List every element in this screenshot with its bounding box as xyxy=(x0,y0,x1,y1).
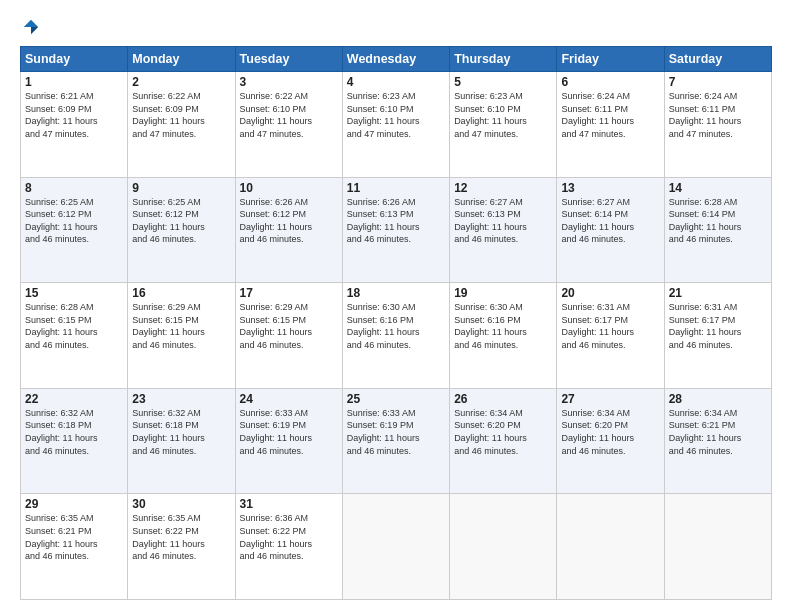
day-number: 31 xyxy=(240,497,338,511)
calendar-day-header: Saturday xyxy=(664,47,771,72)
day-number: 23 xyxy=(132,392,230,406)
day-info: Sunrise: 6:25 AMSunset: 6:12 PMDaylight:… xyxy=(132,197,205,245)
calendar-day-header: Sunday xyxy=(21,47,128,72)
day-info: Sunrise: 6:33 AMSunset: 6:19 PMDaylight:… xyxy=(240,408,313,456)
day-number: 24 xyxy=(240,392,338,406)
calendar-day-header: Wednesday xyxy=(342,47,449,72)
calendar-day-header: Thursday xyxy=(450,47,557,72)
day-number: 20 xyxy=(561,286,659,300)
day-info: Sunrise: 6:27 AMSunset: 6:13 PMDaylight:… xyxy=(454,197,527,245)
day-number: 11 xyxy=(347,181,445,195)
day-info: Sunrise: 6:23 AMSunset: 6:10 PMDaylight:… xyxy=(454,91,527,139)
calendar-day-cell: 28 Sunrise: 6:34 AMSunset: 6:21 PMDaylig… xyxy=(664,388,771,494)
day-number: 10 xyxy=(240,181,338,195)
day-number: 5 xyxy=(454,75,552,89)
day-info: Sunrise: 6:24 AMSunset: 6:11 PMDaylight:… xyxy=(669,91,742,139)
calendar-day-cell: 16 Sunrise: 6:29 AMSunset: 6:15 PMDaylig… xyxy=(128,283,235,389)
day-info: Sunrise: 6:25 AMSunset: 6:12 PMDaylight:… xyxy=(25,197,98,245)
calendar-week-row: 29 Sunrise: 6:35 AMSunset: 6:21 PMDaylig… xyxy=(21,494,772,600)
calendar-day-cell: 30 Sunrise: 6:35 AMSunset: 6:22 PMDaylig… xyxy=(128,494,235,600)
day-info: Sunrise: 6:32 AMSunset: 6:18 PMDaylight:… xyxy=(25,408,98,456)
calendar-day-header: Friday xyxy=(557,47,664,72)
day-info: Sunrise: 6:23 AMSunset: 6:10 PMDaylight:… xyxy=(347,91,420,139)
calendar-day-cell: 18 Sunrise: 6:30 AMSunset: 6:16 PMDaylig… xyxy=(342,283,449,389)
logo-text xyxy=(20,18,40,36)
calendar-day-cell: 3 Sunrise: 6:22 AMSunset: 6:10 PMDayligh… xyxy=(235,72,342,178)
calendar-week-row: 8 Sunrise: 6:25 AMSunset: 6:12 PMDayligh… xyxy=(21,177,772,283)
calendar-day-cell: 2 Sunrise: 6:22 AMSunset: 6:09 PMDayligh… xyxy=(128,72,235,178)
day-info: Sunrise: 6:34 AMSunset: 6:21 PMDaylight:… xyxy=(669,408,742,456)
calendar-day-cell: 6 Sunrise: 6:24 AMSunset: 6:11 PMDayligh… xyxy=(557,72,664,178)
day-number: 7 xyxy=(669,75,767,89)
day-number: 14 xyxy=(669,181,767,195)
calendar-day-header: Monday xyxy=(128,47,235,72)
page: SundayMondayTuesdayWednesdayThursdayFrid… xyxy=(0,0,792,612)
day-info: Sunrise: 6:35 AMSunset: 6:22 PMDaylight:… xyxy=(132,513,205,561)
day-number: 21 xyxy=(669,286,767,300)
day-info: Sunrise: 6:24 AMSunset: 6:11 PMDaylight:… xyxy=(561,91,634,139)
svg-marker-0 xyxy=(24,20,38,27)
day-info: Sunrise: 6:34 AMSunset: 6:20 PMDaylight:… xyxy=(454,408,527,456)
day-number: 16 xyxy=(132,286,230,300)
day-number: 3 xyxy=(240,75,338,89)
day-info: Sunrise: 6:27 AMSunset: 6:14 PMDaylight:… xyxy=(561,197,634,245)
calendar-day-cell: 29 Sunrise: 6:35 AMSunset: 6:21 PMDaylig… xyxy=(21,494,128,600)
header xyxy=(20,18,772,36)
calendar-day-cell: 31 Sunrise: 6:36 AMSunset: 6:22 PMDaylig… xyxy=(235,494,342,600)
calendar-day-cell: 20 Sunrise: 6:31 AMSunset: 6:17 PMDaylig… xyxy=(557,283,664,389)
calendar-day-cell: 22 Sunrise: 6:32 AMSunset: 6:18 PMDaylig… xyxy=(21,388,128,494)
calendar-day-cell: 7 Sunrise: 6:24 AMSunset: 6:11 PMDayligh… xyxy=(664,72,771,178)
day-info: Sunrise: 6:26 AMSunset: 6:12 PMDaylight:… xyxy=(240,197,313,245)
calendar-day-cell: 26 Sunrise: 6:34 AMSunset: 6:20 PMDaylig… xyxy=(450,388,557,494)
day-number: 27 xyxy=(561,392,659,406)
day-info: Sunrise: 6:28 AMSunset: 6:14 PMDaylight:… xyxy=(669,197,742,245)
day-number: 1 xyxy=(25,75,123,89)
day-info: Sunrise: 6:29 AMSunset: 6:15 PMDaylight:… xyxy=(240,302,313,350)
calendar-day-cell: 14 Sunrise: 6:28 AMSunset: 6:14 PMDaylig… xyxy=(664,177,771,283)
calendar-day-header: Tuesday xyxy=(235,47,342,72)
calendar-day-cell xyxy=(450,494,557,600)
day-number: 19 xyxy=(454,286,552,300)
calendar-day-cell xyxy=(557,494,664,600)
day-info: Sunrise: 6:35 AMSunset: 6:21 PMDaylight:… xyxy=(25,513,98,561)
day-number: 9 xyxy=(132,181,230,195)
day-info: Sunrise: 6:33 AMSunset: 6:19 PMDaylight:… xyxy=(347,408,420,456)
day-info: Sunrise: 6:26 AMSunset: 6:13 PMDaylight:… xyxy=(347,197,420,245)
calendar-day-cell: 11 Sunrise: 6:26 AMSunset: 6:13 PMDaylig… xyxy=(342,177,449,283)
calendar-day-cell: 10 Sunrise: 6:26 AMSunset: 6:12 PMDaylig… xyxy=(235,177,342,283)
day-info: Sunrise: 6:28 AMSunset: 6:15 PMDaylight:… xyxy=(25,302,98,350)
day-info: Sunrise: 6:30 AMSunset: 6:16 PMDaylight:… xyxy=(454,302,527,350)
day-number: 25 xyxy=(347,392,445,406)
logo xyxy=(20,18,40,36)
calendar-week-row: 1 Sunrise: 6:21 AMSunset: 6:09 PMDayligh… xyxy=(21,72,772,178)
day-number: 22 xyxy=(25,392,123,406)
calendar-table: SundayMondayTuesdayWednesdayThursdayFrid… xyxy=(20,46,772,600)
calendar-day-cell: 24 Sunrise: 6:33 AMSunset: 6:19 PMDaylig… xyxy=(235,388,342,494)
calendar-day-cell: 23 Sunrise: 6:32 AMSunset: 6:18 PMDaylig… xyxy=(128,388,235,494)
day-info: Sunrise: 6:22 AMSunset: 6:09 PMDaylight:… xyxy=(132,91,205,139)
day-number: 29 xyxy=(25,497,123,511)
day-number: 30 xyxy=(132,497,230,511)
calendar-week-row: 22 Sunrise: 6:32 AMSunset: 6:18 PMDaylig… xyxy=(21,388,772,494)
day-number: 2 xyxy=(132,75,230,89)
day-info: Sunrise: 6:31 AMSunset: 6:17 PMDaylight:… xyxy=(561,302,634,350)
calendar-day-cell: 4 Sunrise: 6:23 AMSunset: 6:10 PMDayligh… xyxy=(342,72,449,178)
calendar-day-cell: 13 Sunrise: 6:27 AMSunset: 6:14 PMDaylig… xyxy=(557,177,664,283)
calendar-day-cell: 15 Sunrise: 6:28 AMSunset: 6:15 PMDaylig… xyxy=(21,283,128,389)
day-info: Sunrise: 6:36 AMSunset: 6:22 PMDaylight:… xyxy=(240,513,313,561)
day-number: 4 xyxy=(347,75,445,89)
day-number: 18 xyxy=(347,286,445,300)
calendar-day-cell: 1 Sunrise: 6:21 AMSunset: 6:09 PMDayligh… xyxy=(21,72,128,178)
day-number: 28 xyxy=(669,392,767,406)
calendar-day-cell: 5 Sunrise: 6:23 AMSunset: 6:10 PMDayligh… xyxy=(450,72,557,178)
logo-icon xyxy=(22,18,40,36)
calendar-day-cell: 19 Sunrise: 6:30 AMSunset: 6:16 PMDaylig… xyxy=(450,283,557,389)
day-number: 15 xyxy=(25,286,123,300)
day-number: 17 xyxy=(240,286,338,300)
day-info: Sunrise: 6:21 AMSunset: 6:09 PMDaylight:… xyxy=(25,91,98,139)
calendar-day-cell: 17 Sunrise: 6:29 AMSunset: 6:15 PMDaylig… xyxy=(235,283,342,389)
day-number: 12 xyxy=(454,181,552,195)
day-info: Sunrise: 6:32 AMSunset: 6:18 PMDaylight:… xyxy=(132,408,205,456)
calendar-day-cell: 9 Sunrise: 6:25 AMSunset: 6:12 PMDayligh… xyxy=(128,177,235,283)
day-info: Sunrise: 6:29 AMSunset: 6:15 PMDaylight:… xyxy=(132,302,205,350)
